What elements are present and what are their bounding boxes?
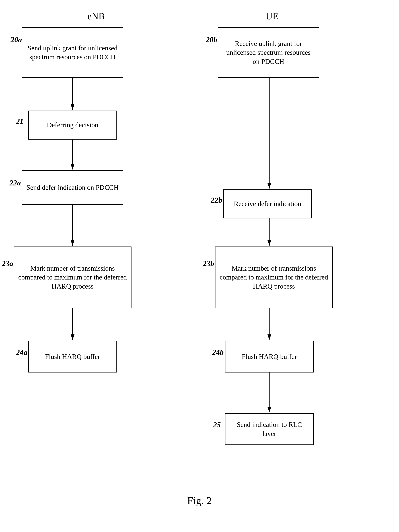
enb-column-label: eNB [51, 11, 142, 22]
box-23b: Mark number of transmissions compared to… [215, 247, 333, 308]
box-25: Send indication to RLC layer [225, 413, 314, 445]
box-24b: Flush HARQ buffer [225, 341, 314, 373]
step-label-25: 25 [213, 420, 221, 429]
box-21: Deferring decision [28, 111, 117, 139]
step-label-22a: 22a [9, 178, 21, 187]
figure-caption: Fig. 2 [0, 494, 399, 507]
step-label-24b: 24b [212, 348, 224, 357]
step-label-23b: 23b [203, 259, 214, 268]
ue-column-label: UE [227, 11, 317, 22]
box-24a: Flush HARQ buffer [28, 341, 117, 373]
step-label-21: 21 [16, 117, 24, 126]
box-22b: Receive defer indication [223, 190, 312, 218]
box-20b: Receive uplink grant for unlicensed spec… [218, 27, 319, 78]
step-label-23a: 23a [2, 259, 13, 268]
box-20a: Send uplink grant for unlicensed spectru… [22, 27, 123, 78]
step-label-20a: 20a [11, 35, 22, 44]
diagram-container: eNB UE Send uplink grant for unlicensed … [0, 0, 399, 532]
step-label-22b: 22b [211, 196, 222, 204]
step-label-24a: 24a [16, 348, 27, 357]
box-22a: Send defer indication on PDCCH [22, 170, 123, 205]
box-23a: Mark number of transmissions compared to… [14, 247, 131, 308]
step-label-20b: 20b [206, 35, 217, 44]
